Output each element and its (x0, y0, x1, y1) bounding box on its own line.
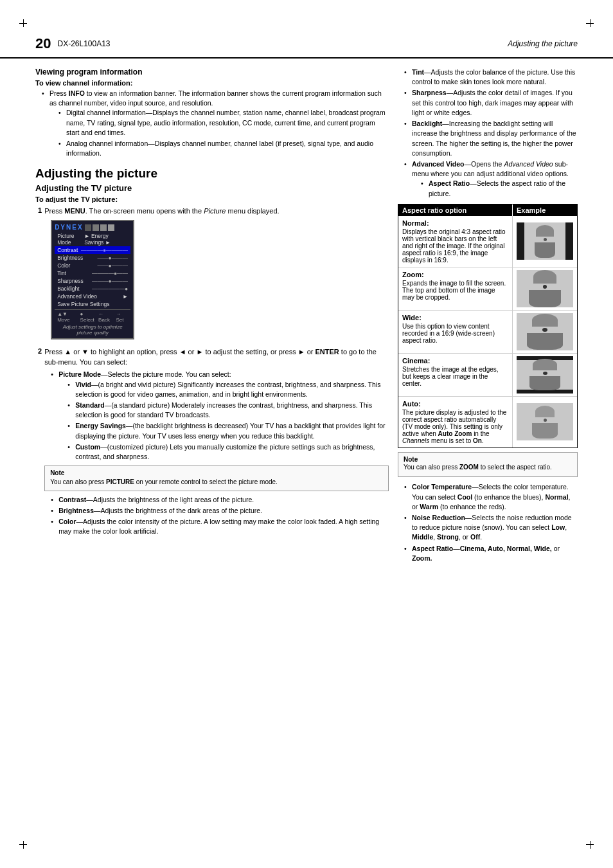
page-title-right: Adjusting the picture (508, 39, 578, 48)
bottom-options-list: Color Temperature—Selects the color temp… (398, 482, 578, 563)
options-list: Picture Mode—Selects the picture mode. Y… (44, 370, 389, 462)
black-bar-right (565, 222, 573, 260)
viewing-intro-list: Press INFO to view an information banner… (35, 89, 389, 159)
normal-img-col (513, 216, 577, 267)
page-number: 20 (35, 35, 51, 52)
adjusting-section: Adjusting the picture Adjusting the TV p… (35, 167, 389, 538)
shade-wide (542, 328, 547, 332)
face-cinema (517, 356, 573, 393)
normal-title: Normal: (402, 219, 508, 227)
advanced-sub-list: Aspect Ratio—Selects the aspect ratio of… (412, 179, 578, 198)
menu-footer: ▲▼ Move● Select← Back→ Set (55, 309, 130, 324)
shade-cinema (543, 372, 547, 375)
shade-auto (544, 419, 547, 422)
body-normal (535, 242, 555, 258)
wide-desc: Wide: Use this option to view content re… (398, 311, 513, 353)
vivid-item: Vivid—(a bright and vivid picture) Signi… (67, 380, 389, 399)
face-normal (535, 225, 555, 258)
adjusting-heading: Adjusting the picture (35, 167, 389, 181)
auto-img-col (513, 397, 577, 448)
head-wide (532, 314, 558, 327)
black-bar-left (517, 222, 524, 260)
right-options-section: Tint—Adjusts the color balance of the pi… (398, 68, 578, 199)
corner-mark-br (586, 841, 594, 849)
menu-row-brightness: Brightness——●——— (55, 254, 130, 262)
step-2-number: 2 (38, 347, 42, 538)
analog-channel-item: Analog channel information—Displays chan… (58, 139, 389, 158)
cinema-title: Cinema: (402, 357, 508, 365)
viewing-heading: Viewing program information (35, 68, 389, 77)
menu-icon-4 (108, 224, 114, 231)
standard-item: Standard—(a standard picture) Moderately… (67, 401, 389, 420)
head-cinema (533, 359, 557, 370)
shade-zoom (543, 285, 547, 289)
left-column: Viewing program information To view chan… (35, 68, 389, 565)
viewing-sub-heading: To view channel information: (35, 79, 389, 87)
sharpness-item: Sharpness—Adjusts the color detail of im… (404, 88, 578, 118)
cinema-text: Stretches the image at the edges, but ke… (402, 366, 499, 387)
menu-brand: DYNEX (55, 224, 130, 231)
step-2-content: Press ▲ or ▼ to highlight an option, pre… (44, 347, 389, 538)
face-zoom (517, 270, 573, 307)
color-temp-item: Color Temperature—Selects the color temp… (404, 482, 578, 512)
corner-mark-tl (19, 19, 27, 27)
body-auto (532, 423, 558, 439)
step-1-text: Press MENU. The on-screen menu opens wit… (44, 206, 389, 217)
zoom-img-col (513, 267, 577, 310)
aspect-row-wide: Wide: Use this option to view content re… (398, 311, 577, 354)
page-header: 20 DX-26L100A13 Adjusting the picture (0, 0, 613, 59)
note-zoom-text: You can also press ZOOM to select the as… (404, 463, 572, 473)
menu-row-sharpness: Sharpness———●——— (55, 277, 130, 285)
shade-normal (544, 238, 547, 241)
digital-channel-item: Digital channel information—Displays the… (58, 108, 389, 138)
menu-row-picturemode: Picture Mode► Energy Savings ► (55, 232, 130, 246)
brightness-item: Brightness—Adjusts the brightness of the… (51, 506, 389, 516)
viewing-intro-item: Press INFO to view an information banner… (42, 89, 389, 159)
note-zoom-box: Note You can also press ZOOM to select t… (398, 452, 578, 478)
step-1-row: 1 Press MENU. The on-screen menu opens w… (35, 206, 389, 345)
note-picture-text: You can also press PICTURE on your remot… (50, 478, 383, 487)
normal-desc: Normal: Displays the original 4:3 aspect… (398, 216, 513, 267)
advanced-video-item: Advanced Video—Opens the Advanced Video … (404, 159, 578, 199)
body-cinema (529, 376, 560, 390)
custom-item: Custom—(customized picture) Lets you man… (67, 442, 389, 462)
menu-row-advvideo: Advanced Video► (55, 293, 130, 300)
noise-reduction-item: Noise Reduction—Selects the noise reduct… (404, 513, 578, 543)
normal-tv-img (517, 222, 573, 260)
right-column: Tint—Adjusts the color balance of the pi… (398, 68, 578, 565)
menu-row-contrast: Contrast————●———— (55, 246, 130, 254)
wide-text: Use this option to view content recorded… (402, 323, 495, 344)
note-picture-box: Note You can also press PICTURE on your … (44, 466, 389, 491)
brand-text: DYNEX (55, 224, 83, 231)
step-2-row: 2 Press ▲ or ▼ to highlight an option, p… (35, 347, 389, 538)
page-number-section: 20 DX-26L100A13 (35, 35, 111, 52)
cinema-desc: Cinema: Stretches the image at the edges… (398, 354, 513, 396)
zoom-text: Expands the image to fill the screen. Th… (402, 280, 506, 301)
viewing-sub-list: Digital channel information—Displays the… (49, 108, 389, 158)
aspect-ratio-sub-item: Aspect Ratio—Selects the aspect ratio of… (421, 179, 578, 198)
backlight-item: Backlight—Increasing the backlight setti… (404, 119, 578, 158)
auto-desc: Auto: The picture display is adjusted to… (398, 397, 513, 448)
menu-icon-2 (93, 224, 99, 231)
zoom-desc: Zoom: Expands the image to fill the scre… (398, 267, 513, 310)
other-options-list: Contrast—Adjusts the brightness of the l… (44, 495, 389, 537)
adjusting-sub-heading: Adjusting the TV picture (35, 183, 389, 193)
wide-title: Wide: (402, 314, 508, 321)
menu-caption: Adjust settings to optimize picture qual… (55, 324, 130, 336)
aspect-row-zoom: Zoom: Expands the image to fill the scre… (398, 267, 577, 311)
color-item: Color—Adjusts the color intensity of the… (51, 517, 389, 536)
note-label: Note (50, 469, 383, 476)
head-zoom (533, 270, 556, 284)
note-zoom-label: Note (404, 456, 418, 463)
step-1-number: 1 (38, 206, 42, 345)
viewing-section: Viewing program information To view chan… (35, 68, 389, 159)
aspect-ratio-item: Aspect Ratio—Cinema, Auto, Normal, Wide,… (404, 544, 578, 563)
auto-title: Auto: (402, 400, 508, 408)
cinema-tv-img (517, 356, 573, 393)
head-normal (536, 225, 554, 237)
menu-row-savepicture: Save Picture Settings (55, 300, 130, 308)
picture-modes-list: Vivid—(a bright and vivid picture) Signi… (58, 380, 389, 462)
aspect-row-normal: Normal: Displays the original 4:3 aspect… (398, 216, 577, 267)
right-bullets: Color Temperature—Selects the color temp… (398, 482, 578, 563)
aspect-row-cinema: Cinema: Stretches the image at the edges… (398, 354, 577, 397)
